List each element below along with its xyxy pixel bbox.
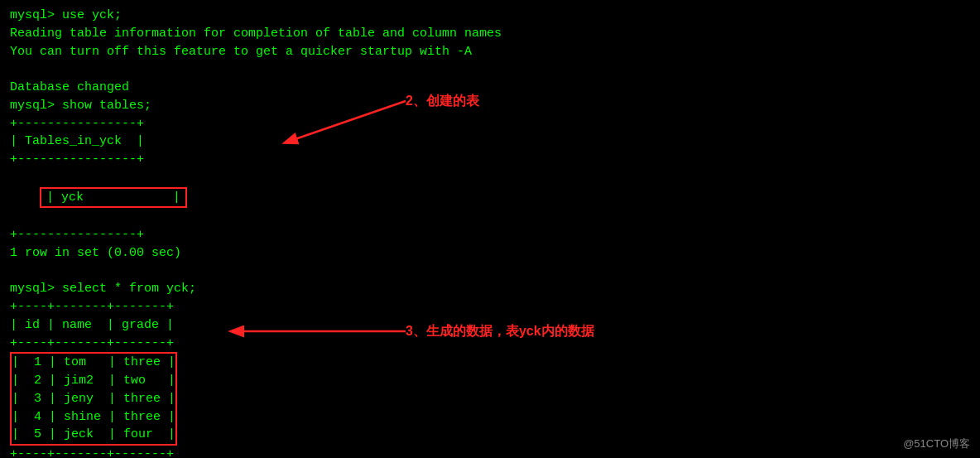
data-border-top: +----+-------+-------+ [10,298,970,316]
select-cmd: mysql> select * from yck; [10,280,970,298]
terminal-line-3: You can turn off this feature to get a q… [10,43,970,61]
terminal-line-6: mysql> show tables; [10,97,970,115]
terminal-line-5: Database changed [10,79,970,97]
data-border-bot: +----+-------+-------+ [10,446,970,458]
annotation-data-label: 3、生成的数据，表yck内的数据 [406,323,594,340]
table-yck-row: | yck | [10,169,970,226]
data-row-1: | 1 | tom | three | [12,354,175,372]
table-border-top: +----------------+ [10,115,970,133]
data-row-4: | 4 | shine | three | [12,408,175,427]
annotation-table-label: 2、创建的表 [406,93,479,110]
table-border-bot: +----------------+ [10,226,970,244]
row-count-1: 1 row in set (0.00 sec) [10,244,970,263]
watermark: @51CTO博客 [903,436,970,451]
blank-line [10,263,970,281]
data-row-2: | 2 | jim2 | two | [12,372,175,390]
data-row-3: | 3 | jeny | three | [12,390,175,408]
terminal-window: mysql> use yck; Reading table informatio… [0,0,980,458]
data-rows-block: | 1 | tom | three | | 2 | jim2 | two | |… [10,352,177,446]
terminal-line-2: Reading table information for completion… [10,25,970,43]
terminal-line-1: mysql> use yck; [10,7,970,25]
data-row-5: | 5 | jeck | four | [12,426,175,444]
table-border-mid: +----------------+ [10,151,970,169]
terminal-line-4 [10,60,970,79]
table-header: | Tables_in_yck | [10,133,970,151]
